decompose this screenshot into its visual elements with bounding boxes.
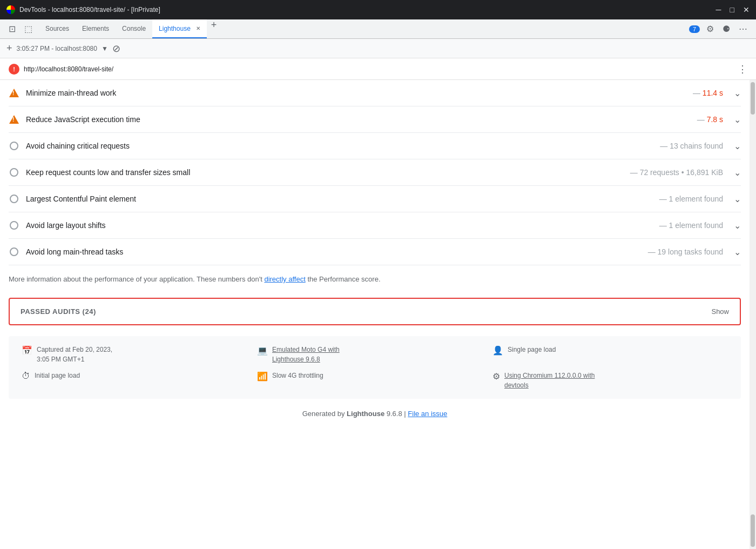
info-text: More information about the performance o…	[0, 265, 750, 293]
audit-item-0[interactable]: Minimize main-thread work — 11.4 s ⌄	[9, 80, 741, 106]
audit-detail-1: — 7.8 s	[697, 115, 723, 124]
audit-title-0: Minimize main-thread work	[26, 89, 686, 97]
minimize-button[interactable]: ─	[716, 5, 721, 14]
restore-button[interactable]: □	[730, 5, 734, 14]
footer-item-5: ⚙ Using Chromium 112.0.0.0 withdevtools	[492, 371, 728, 390]
tab-sources-label: Sources	[45, 25, 69, 32]
page-header: ! http://localhost:8080/travel-site/ ⋮	[0, 58, 756, 80]
audit-title-3: Keep request counts low and transfer siz…	[26, 168, 624, 177]
laptop-icon: 💻	[257, 345, 268, 356]
audit-item-5[interactable]: Avoid large layout shifts — 1 element fo…	[9, 212, 741, 239]
new-tab-button[interactable]: +	[207, 19, 221, 38]
page-url: http://localhost:8080/travel-site/	[24, 65, 113, 73]
audit-title-4: Largest Contentful Paint element	[26, 195, 653, 203]
tab-bar: ⊡ ⬚ Sources Elements Console Lighthouse …	[0, 19, 756, 39]
generated-by: Generated by Lighthouse 9.6.8 | File an …	[0, 403, 750, 424]
footer-captured-text: Captured at Feb 20, 2023,3:05 PM GMT+1	[37, 345, 112, 364]
chevron-down-icon-1: ⌄	[734, 115, 741, 125]
footer-chromium-text: Using Chromium 112.0.0.0 withdevtools	[504, 371, 595, 390]
circle-icon-6	[9, 246, 19, 257]
footer-emulated-text: Emulated Moto G4 withLighthouse 9.6.8	[272, 345, 340, 364]
tab-lighthouse-label: Lighthouse	[159, 25, 191, 32]
app-icon	[6, 5, 15, 14]
audit-item-1[interactable]: Reduce JavaScript execution time — 7.8 s…	[9, 106, 741, 133]
info-before: More information about the performance o…	[9, 275, 264, 283]
circle-icon-3	[9, 167, 19, 178]
url-time: 3:05:27 PM - localhost:8080	[17, 45, 97, 52]
passed-audits-label: PASSED AUDITS (24)	[21, 307, 96, 316]
triangle-warning-1	[9, 115, 19, 124]
audit-item-3[interactable]: Keep request counts low and transfer siz…	[9, 159, 741, 186]
audit-item-6[interactable]: Avoid long main-thread tasks — 19 long t…	[9, 239, 741, 265]
main-content: Minimize main-thread work — 11.4 s ⌄ Red…	[0, 80, 756, 549]
circle-icon-4	[9, 193, 19, 204]
chrome-icon: ⚙	[492, 371, 500, 381]
person-icon: 👤	[492, 345, 503, 356]
audit-detail-4: — 1 element found	[659, 195, 723, 203]
content-area: Minimize main-thread work — 11.4 s ⌄ Red…	[0, 80, 750, 549]
cancel-icon[interactable]: ⊘	[112, 43, 120, 55]
audit-detail-2: — 13 chains found	[660, 142, 723, 150]
customize-icon[interactable]: ⚈	[720, 22, 732, 36]
security-icon: !	[9, 64, 19, 75]
url-bar: + 3:05:27 PM - localhost:8080 ▼ ⊘	[0, 39, 756, 58]
tab-close-icon[interactable]: ✕	[196, 25, 200, 31]
tab-lighthouse[interactable]: Lighthouse ✕	[152, 19, 207, 38]
audit-detail-3: — 72 requests • 16,891 KiB	[630, 168, 723, 177]
passed-audits-show-button[interactable]: Show	[711, 307, 729, 316]
footer-item-2: 👤 Single page load	[492, 345, 728, 364]
audit-item-4[interactable]: Largest Contentful Paint element — 1 ele…	[9, 186, 741, 212]
audit-title-6: Avoid long main-thread tasks	[26, 247, 642, 256]
audit-item-2[interactable]: Avoid chaining critical requests — 13 ch…	[9, 133, 741, 159]
chevron-down-icon-2: ⌄	[734, 141, 741, 151]
new-tab-icon[interactable]: +	[6, 43, 12, 54]
device-toolbar-icon[interactable]: ⊡	[6, 22, 18, 36]
more-menu-icon[interactable]: ⋯	[737, 22, 750, 36]
tab-elements[interactable]: Elements	[76, 19, 116, 38]
title-bar-text: DevTools - localhost:8080/travel-site/ -…	[19, 6, 160, 14]
timer-icon: ⏱	[22, 371, 30, 381]
audit-title-1: Reduce JavaScript execution time	[26, 115, 691, 124]
footer-item-0: 📅 Captured at Feb 20, 2023,3:05 PM GMT+1	[22, 345, 257, 364]
warning-icon-1	[9, 114, 19, 125]
chevron-down-icon-6: ⌄	[734, 247, 741, 257]
passed-audits-section[interactable]: PASSED AUDITS (24) Show	[9, 298, 741, 325]
generated-by-text: Generated by	[302, 410, 347, 418]
close-button[interactable]: ✕	[743, 5, 750, 14]
audit-title-2: Avoid chaining critical requests	[26, 142, 653, 150]
tab-sources[interactable]: Sources	[39, 19, 76, 38]
footer-item-3: ⏱ Initial page load	[22, 371, 257, 390]
scrollbar-thumb-top[interactable]	[751, 82, 755, 115]
file-issue-link[interactable]: File an issue	[408, 410, 447, 418]
url-dropdown-icon[interactable]: ▼	[102, 45, 108, 52]
directly-affect-link[interactable]: directly affect	[264, 275, 305, 283]
audit-detail-0: — 11.4 s	[693, 89, 723, 97]
tab-elements-label: Elements	[82, 25, 109, 32]
triangle-warning	[9, 89, 19, 97]
footer-item-1: 💻 Emulated Moto G4 withLighthouse 9.6.8	[257, 345, 492, 364]
tab-console-label: Console	[122, 25, 146, 32]
circle-icon-5	[9, 220, 19, 231]
info-circle-4	[10, 195, 18, 203]
settings-icon[interactable]: ⚙	[704, 22, 716, 36]
chevron-down-icon-0: ⌄	[734, 88, 741, 98]
scrollbar[interactable]	[750, 80, 756, 549]
notification-badge: 7	[689, 25, 700, 33]
footer-item-4: 📶 Slow 4G throttling	[257, 371, 492, 390]
audit-list: Minimize main-thread work — 11.4 s ⌄ Red…	[0, 80, 750, 265]
inspect-icon[interactable]: ⬚	[22, 22, 35, 36]
footer-panel: 📅 Captured at Feb 20, 2023,3:05 PM GMT+1…	[9, 336, 741, 399]
footer-single-page-text: Single page load	[508, 345, 556, 354]
warning-icon-0	[9, 88, 19, 98]
info-circle-6	[10, 247, 18, 256]
info-circle-2	[10, 142, 18, 150]
page-menu-icon[interactable]: ⋮	[738, 63, 747, 75]
tab-console[interactable]: Console	[116, 19, 152, 38]
tabs-container: Sources Elements Console Lighthouse ✕ +	[39, 19, 221, 38]
scrollbar-thumb-bottom[interactable]	[751, 514, 755, 547]
audit-detail-5: — 1 element found	[659, 221, 723, 230]
generated-by-version: 9.6.8 |	[384, 410, 408, 418]
audit-title-5: Avoid large layout shifts	[26, 221, 653, 230]
chevron-down-icon-3: ⌄	[734, 168, 741, 178]
footer-throttling-text: Slow 4G throttling	[272, 371, 323, 380]
